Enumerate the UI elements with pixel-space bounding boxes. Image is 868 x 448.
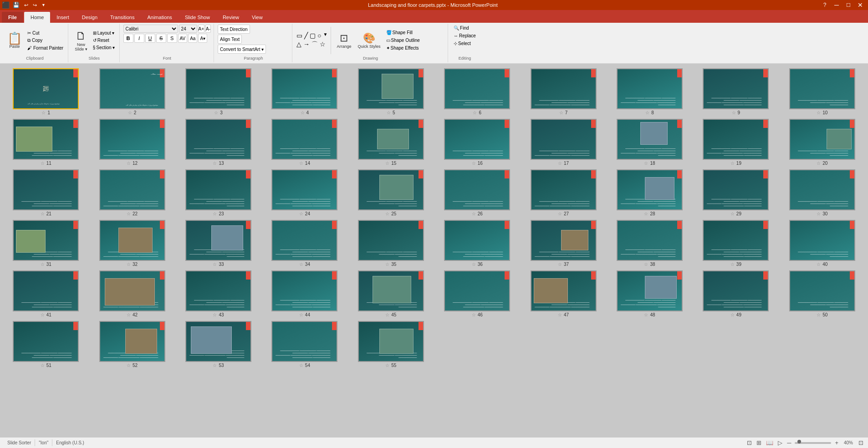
- shape-outline-button[interactable]: ▭Shape Outline: [384, 37, 422, 44]
- view-normal-btn[interactable]: ⊡: [746, 438, 753, 447]
- text-direction-btn[interactable]: Text Direction: [218, 25, 250, 34]
- align-text-btn[interactable]: Align Text: [218, 35, 242, 44]
- slide-thumb-50[interactable]: ━━━━━━━━━━━━━━━ ━━━━━━━━━━━━━━━━━━ ━━━━━…: [781, 270, 863, 317]
- qat-customize[interactable]: ▼: [40, 2, 47, 8]
- slide-thumb-52[interactable]: ━━━━━━━━━━━━━━━ ━━━━━━━━━━━━━━━━━━ ━━━━━…: [91, 321, 173, 368]
- tab-file[interactable]: File: [2, 12, 23, 23]
- qat-save[interactable]: 💾: [11, 1, 21, 9]
- char-spacing-btn[interactable]: AV: [178, 34, 188, 43]
- slide-thumb-9[interactable]: ━━━━━━━━━━━━━━━ ━━━━━━━━━━━━━━━━━━ ━━━━━…: [694, 68, 777, 115]
- italic-btn[interactable]: I: [134, 34, 144, 43]
- slide-thumb-4[interactable]: ━━━━━━━━━━━━━━━ ━━━━━━━━━━━━━━━━━━ ━━━━━…: [263, 68, 346, 115]
- tab-review[interactable]: Review: [216, 12, 245, 23]
- arrange-button[interactable]: ⊡ Arrange: [334, 31, 354, 51]
- slide-thumb-35[interactable]: ━━━━━━━━━━━━━━━ ━━━━━━━━━━━━━━━━━━ ━━━━━…: [350, 220, 432, 267]
- slide-thumb-1[interactable]: موضوع پروژه: محوطه سازی وفرش های کف﷽☆1: [5, 68, 87, 115]
- replace-button[interactable]: ↔Replace: [452, 32, 478, 39]
- find-button[interactable]: 🔍Find: [452, 25, 478, 31]
- slide-thumb-49[interactable]: ━━━━━━━━━━━━━━━ ━━━━━━━━━━━━━━━━━━ ━━━━━…: [694, 270, 777, 317]
- slide-thumb-6[interactable]: ━━━━━━━━━━━━━━━ ━━━━━━━━━━━━━━━━━━ ━━━━━…: [436, 68, 518, 115]
- slide-thumb-36[interactable]: ━━━━━━━━━━━━━━━ ━━━━━━━━━━━━━━━━━━ ━━━━━…: [436, 220, 518, 267]
- view-slide-sorter-btn[interactable]: ⊞: [756, 438, 762, 447]
- minimize-btn[interactable]: ─: [831, 0, 842, 10]
- zoom-out-btn[interactable]: ─: [786, 438, 792, 447]
- slide-thumb-29[interactable]: ━━━━━━━━━━━━━━━ ━━━━━━━━━━━━━━━━━━ ━━━━━…: [694, 169, 777, 216]
- font-family-select[interactable]: Calibri: [123, 25, 178, 33]
- slide-thumb-39[interactable]: ━━━━━━━━━━━━━━━ ━━━━━━━━━━━━━━━━━━ ━━━━━…: [694, 220, 777, 267]
- shadow-btn[interactable]: S: [167, 34, 177, 43]
- slide-thumb-38[interactable]: ━━━━━━━━━━━━━━━ ━━━━━━━━━━━━━━━━━━ ━━━━━…: [608, 220, 691, 267]
- tab-view[interactable]: View: [245, 12, 269, 23]
- tab-animations[interactable]: Animations: [141, 12, 178, 23]
- slide-thumb-54[interactable]: ━━━━━━━━━━━━━━━ ━━━━━━━━━━━━━━━━━━ ━━━━━…: [263, 321, 346, 368]
- slide-thumb-17[interactable]: ━━━━━━━━━━━━━━━ ━━━━━━━━━━━━━━━━━━ ━━━━━…: [522, 119, 604, 166]
- zoom-level[interactable]: 40%: [842, 439, 855, 446]
- font-color-btn[interactable]: A▾: [198, 34, 207, 43]
- slide-thumb-13[interactable]: ━━━━━━━━━━━━━━━ ━━━━━━━━━━━━━━━━━━ ━━━━━…: [177, 119, 260, 166]
- slide-thumb-24[interactable]: ━━━━━━━━━━━━━━━ ━━━━━━━━━━━━━━━━━━ ━━━━━…: [263, 169, 346, 216]
- slide-thumb-53[interactable]: ━━━━━━━━━━━━━━━ ━━━━━━━━━━━━━━━━━━ ━━━━━…: [177, 321, 260, 368]
- shape-rounded-rect[interactable]: ▢: [309, 31, 316, 40]
- slide-thumb-2[interactable]: فهرست مطالبموضوع پروژه: محوطه سازی وفرش …: [91, 68, 173, 115]
- tab-design[interactable]: Design: [76, 12, 104, 23]
- select-button[interactable]: ⊹Select: [452, 40, 478, 47]
- slide-thumb-47[interactable]: ━━━━━━━━━━━━━━━ ━━━━━━━━━━━━━━━━━━ ━━━━━…: [522, 270, 604, 317]
- decrease-font-btn[interactable]: A-: [205, 25, 211, 33]
- shape-more[interactable]: ▼: [323, 31, 328, 40]
- shape-fill-button[interactable]: 🪣Shape Fill: [384, 29, 422, 36]
- font-size-select[interactable]: 24: [179, 25, 197, 33]
- close-btn[interactable]: ✕: [854, 0, 866, 10]
- view-slide-sorter[interactable]: Slide Sorter: [4, 439, 35, 446]
- copy-button[interactable]: ⧉Copy: [26, 37, 65, 44]
- tab-home[interactable]: Home: [24, 12, 50, 23]
- reset-button[interactable]: ↺Reset: [91, 37, 117, 44]
- shape-arrow[interactable]: →: [303, 40, 310, 49]
- slide-thumb-40[interactable]: ━━━━━━━━━━━━━━━ ━━━━━━━━━━━━━━━━━━ ━━━━━…: [781, 220, 863, 267]
- slide-thumb-51[interactable]: ━━━━━━━━━━━━━━━ ━━━━━━━━━━━━━━━━━━ ━━━━━…: [5, 321, 87, 368]
- shape-oval[interactable]: ○: [317, 31, 322, 40]
- slide-thumb-45[interactable]: ━━━━━━━━━━━━━━━ ━━━━━━━━━━━━━━━━━━ ━━━━━…: [350, 270, 432, 317]
- slide-thumb-41[interactable]: ━━━━━━━━━━━━━━━ ━━━━━━━━━━━━━━━━━━ ━━━━━…: [5, 270, 87, 317]
- tab-insert[interactable]: Insert: [50, 12, 76, 23]
- slide-thumb-12[interactable]: ━━━━━━━━━━━━━━━ ━━━━━━━━━━━━━━━━━━ ━━━━━…: [91, 119, 173, 166]
- slide-thumb-23[interactable]: ━━━━━━━━━━━━━━━ ━━━━━━━━━━━━━━━━━━ ━━━━━…: [177, 169, 260, 216]
- slide-thumb-19[interactable]: ━━━━━━━━━━━━━━━ ━━━━━━━━━━━━━━━━━━ ━━━━━…: [694, 119, 777, 166]
- section-button[interactable]: §Section▾: [91, 44, 117, 51]
- bold-btn[interactable]: B: [123, 34, 133, 43]
- slide-thumb-28[interactable]: ━━━━━━━━━━━━━━━ ━━━━━━━━━━━━━━━━━━ ━━━━━…: [608, 169, 691, 216]
- slide-thumb-21[interactable]: ━━━━━━━━━━━━━━━ ━━━━━━━━━━━━━━━━━━ ━━━━━…: [5, 169, 87, 216]
- tab-slideshow[interactable]: Slide Show: [179, 12, 216, 23]
- slide-thumb-11[interactable]: ━━━━━━━━━━━━━━━ ━━━━━━━━━━━━━━━━━━ ━━━━━…: [5, 119, 87, 166]
- slide-thumb-25[interactable]: ━━━━━━━━━━━━━━━ ━━━━━━━━━━━━━━━━━━ ━━━━━…: [350, 169, 432, 216]
- strikethrough-btn[interactable]: S: [156, 34, 166, 43]
- shape-curve[interactable]: ⌒: [311, 40, 318, 49]
- slide-thumb-55[interactable]: ━━━━━━━━━━━━━━━ ━━━━━━━━━━━━━━━━━━ ━━━━━…: [350, 321, 432, 368]
- maximize-btn[interactable]: ☐: [842, 0, 854, 10]
- slide-thumb-42[interactable]: ━━━━━━━━━━━━━━━ ━━━━━━━━━━━━━━━━━━ ━━━━━…: [91, 270, 173, 317]
- slide-thumb-37[interactable]: ━━━━━━━━━━━━━━━ ━━━━━━━━━━━━━━━━━━ ━━━━━…: [522, 220, 604, 267]
- slide-thumb-7[interactable]: ━━━━━━━━━━━━━━━ ━━━━━━━━━━━━━━━━━━ ━━━━━…: [522, 68, 604, 115]
- paste-button[interactable]: 📋 Paste: [5, 31, 25, 51]
- convert-smartart-btn[interactable]: Convert to SmartArt ▾: [218, 45, 266, 54]
- shape-rect[interactable]: ▭: [296, 31, 303, 40]
- shape-effects-button[interactable]: ✦Shape Effects: [384, 45, 422, 51]
- slide-thumb-14[interactable]: ━━━━━━━━━━━━━━━ ━━━━━━━━━━━━━━━━━━ ━━━━━…: [263, 119, 346, 166]
- slide-thumb-16[interactable]: ━━━━━━━━━━━━━━━ ━━━━━━━━━━━━━━━━━━ ━━━━━…: [436, 119, 518, 166]
- format-painter-button[interactable]: 🖌Format Painter: [26, 45, 65, 51]
- slide-thumb-44[interactable]: ━━━━━━━━━━━━━━━ ━━━━━━━━━━━━━━━━━━ ━━━━━…: [263, 270, 346, 317]
- slide-thumb-8[interactable]: ━━━━━━━━━━━━━━━ ━━━━━━━━━━━━━━━━━━ ━━━━━…: [608, 68, 691, 115]
- cut-button[interactable]: ✂Cut: [26, 30, 65, 36]
- slide-thumb-22[interactable]: ━━━━━━━━━━━━━━━ ━━━━━━━━━━━━━━━━━━ ━━━━━…: [91, 169, 173, 216]
- slide-thumb-15[interactable]: ━━━━━━━━━━━━━━━ ━━━━━━━━━━━━━━━━━━ ━━━━━…: [350, 119, 432, 166]
- layout-button[interactable]: ⊞Layout▾: [91, 30, 117, 36]
- quick-styles-button[interactable]: 🎨 Quick Styles: [355, 31, 383, 51]
- slide-thumb-30[interactable]: ━━━━━━━━━━━━━━━ ━━━━━━━━━━━━━━━━━━ ━━━━━…: [781, 169, 863, 216]
- language-indicator[interactable]: English (U.S.): [52, 439, 88, 446]
- slide-thumb-26[interactable]: ━━━━━━━━━━━━━━━ ━━━━━━━━━━━━━━━━━━ ━━━━━…: [436, 169, 518, 216]
- shape-line[interactable]: ╱: [304, 31, 308, 40]
- zoom-in-btn[interactable]: +: [834, 438, 839, 447]
- slide-thumb-10[interactable]: ━━━━━━━━━━━━━━━ ━━━━━━━━━━━━━━━━━━ ━━━━━…: [781, 68, 863, 115]
- fit-screen-btn[interactable]: ⊡: [858, 438, 864, 447]
- slide-thumb-3[interactable]: ━━━━━━━━━━━━━━━ ━━━━━━━━━━━━━━━━━━ ━━━━━…: [177, 68, 260, 115]
- slide-thumb-43[interactable]: ━━━━━━━━━━━━━━━ ━━━━━━━━━━━━━━━━━━ ━━━━━…: [177, 270, 260, 317]
